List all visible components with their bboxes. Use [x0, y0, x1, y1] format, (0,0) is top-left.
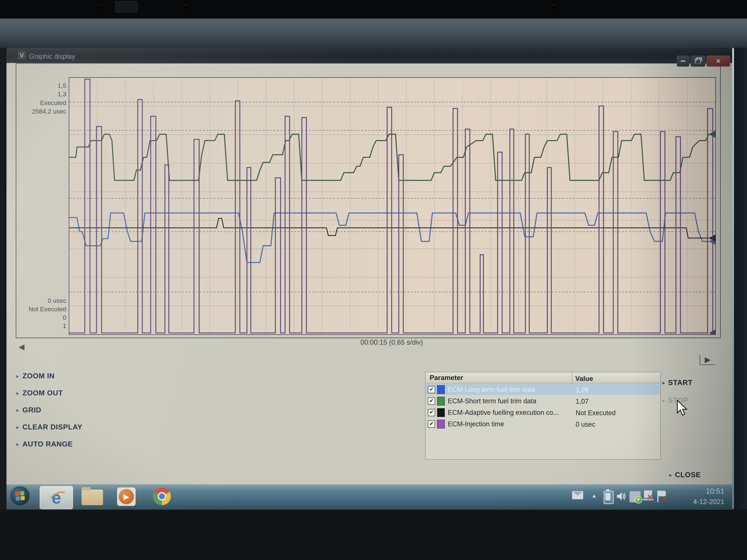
button-arrow-icon: ▸ [16, 373, 19, 379]
app-icon: V [18, 51, 26, 59]
safely-remove-device-tray-icon[interactable]: ✔ [629, 491, 641, 503]
auto-range-button[interactable]: ▸ AUTO RANGE [16, 439, 73, 449]
lid-screw-dot [99, 5, 103, 9]
button-arrow-icon: ▸ [669, 472, 672, 478]
column-divider [572, 372, 572, 383]
row-checkbox[interactable]: ✔ [428, 397, 435, 405]
window-titlebar: V Graphic display [6, 48, 732, 63]
lid-screw-dot [183, 5, 187, 9]
series-color-swatch [437, 385, 445, 394]
parameter-table: Parameter Value ✔ ECM-Long term fuel tri… [425, 372, 661, 460]
button-arrow-icon: ▸ [16, 390, 19, 396]
speaker-tray-icon[interactable] [616, 491, 627, 502]
zoom-in-button[interactable]: ▸ ZOOM IN [16, 371, 55, 381]
laptop-left-bezel [0, 48, 6, 509]
windows-logo-icon [15, 491, 25, 501]
chart-plot-area[interactable] [69, 77, 716, 335]
laptop-top-bezel [0, 19, 747, 48]
internet-explorer-icon: e [52, 489, 61, 506]
eject-badge-icon: ✔ [635, 496, 642, 504]
row-checkbox[interactable]: ✔ [428, 386, 435, 393]
grid-button[interactable]: ▸ GRID [16, 405, 41, 415]
close-button[interactable]: ▸ CLOSE [669, 471, 701, 479]
scroll-right-icon: ▶ [705, 356, 711, 364]
lid-latch [115, 1, 138, 12]
y-axis-label-long-trim-max: 1,3 [5, 90, 66, 98]
minimize-icon [681, 60, 686, 62]
row-checkbox[interactable]: ✔ [428, 420, 435, 428]
start-button[interactable]: ▸ START [662, 378, 693, 387]
table-row-injection-time[interactable]: ✔ ECM-Injection time 0 usec [426, 418, 660, 429]
alert-x-icon: ✕ [661, 495, 667, 503]
laptop-bottom-bezel: DELL [0, 509, 747, 560]
table-row-short-term-fuel-trim[interactable]: ✔ ECM-Short term fuel trim data 1,07 [426, 395, 660, 406]
x-axis-time-label: 00:00:15 (0,65 s/div) [69, 339, 715, 346]
button-arrow-icon: ▸ [16, 441, 19, 447]
scroll-right-arrow[interactable]: ▶ [700, 355, 715, 365]
zoom-out-button[interactable]: ▸ ZOOM OUT [16, 388, 63, 398]
table-row-long-term-fuel-trim[interactable]: ✔ ECM-Long term fuel trim data 1,26 [426, 384, 660, 395]
envelope-tray-icon[interactable] [572, 491, 583, 499]
button-arrow-icon: ▸ [662, 397, 665, 404]
y-axis-label-not-executed: Not Executed [5, 305, 66, 313]
disconnected-x-icon: ✕ [647, 493, 653, 502]
play-icon: ▶ [119, 489, 134, 504]
row-checkbox[interactable]: ✔ [428, 409, 435, 416]
taskbar-item-media-player[interactable]: ▶ [117, 487, 136, 506]
table-row-adaptive-fuelling-counter[interactable]: ✔ ECM-Adaptive fuelling execution co... … [426, 407, 660, 418]
button-arrow-icon: ▸ [16, 407, 19, 413]
laptop-right-bezel [732, 48, 747, 509]
mouse-cursor [676, 400, 689, 417]
column-header-value: Value [575, 375, 593, 382]
y-axis-label-short-trim-min: 0 [5, 314, 66, 321]
chart-series-canvas [69, 78, 715, 334]
taskbar-clock[interactable]: 10:51 4-12-2021 [676, 487, 724, 506]
lid-screw-dot [551, 5, 556, 9]
y-axis-label-injection-min: 0 usec [5, 297, 66, 304]
parameter-table-header: Parameter Value [426, 372, 660, 383]
button-arrow-icon: ▸ [662, 379, 665, 386]
column-header-parameter: Parameter [430, 374, 463, 382]
taskbar-item-file-explorer[interactable] [81, 490, 103, 505]
button-arrow-icon: ▸ [16, 424, 19, 430]
clock-time: 10:51 [676, 487, 724, 496]
action-center-flag-tray-icon[interactable]: ✕ [657, 490, 667, 502]
series-color-swatch [437, 408, 445, 417]
battery-tray-icon[interactable] [603, 491, 614, 504]
series-color-swatch [437, 397, 445, 405]
laptop-lid-edge [0, 0, 747, 19]
taskbar-item-chrome[interactable] [153, 487, 171, 505]
series-color-swatch [437, 420, 445, 428]
clock-date: 4-12-2021 [676, 498, 724, 506]
network-disconnected-tray-icon[interactable]: ✕ [643, 490, 653, 502]
scroll-left-arrow[interactable]: ◀ [19, 343, 24, 351]
clear-display-button[interactable]: ▸ CLEAR DISPLAY [16, 422, 82, 432]
start-menu-button[interactable] [10, 486, 30, 506]
y-axis-label-injection-max: 2584,2 usec [5, 108, 66, 115]
y-axis-label-short-trim-max: 1,5 [5, 82, 66, 89]
show-hidden-icons-button[interactable]: ▲ [591, 492, 597, 499]
taskbar-item-internet-explorer[interactable]: e [40, 486, 73, 509]
chrome-icon-ring [158, 492, 166, 501]
y-axis-label-long-trim-min: 1 [5, 322, 66, 329]
y-axis-label-executed: Executed [5, 99, 66, 106]
window-title: Graphic display [29, 53, 75, 60]
